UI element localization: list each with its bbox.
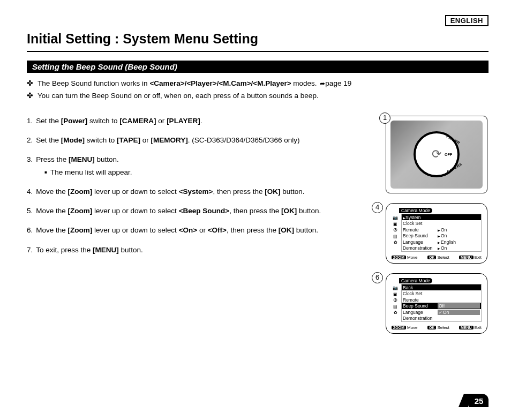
page-number: 25 [469,394,489,407]
menu-row: DemonstrationOn [402,245,481,251]
bullet-icon: ✤ [27,78,34,89]
memory-icon: ▤ [392,303,399,310]
square-bullet-icon: ■ [44,167,47,178]
menu-row: Demonstration [402,315,481,321]
menu-row: LanguageOn [402,309,481,316]
camera-icon: 📷 [392,215,399,221]
menu-row: LanguageEnglish [402,239,481,245]
step-1: 1.Set the [Power] switch to [CAMERA] or … [27,116,360,126]
rec-icon: ⦿ [392,227,399,234]
intro-text: ✤ The Beep Sound function works in <Came… [27,78,489,102]
lcd-title: Camera Mode [399,278,432,283]
steps-list: 1.Set the [Power] switch to [CAMERA] or … [27,116,360,343]
step-2: 2.Set the [Mode] switch to [TAPE] or [ME… [27,135,360,146]
step-5: 5.Move the [Zoom] lever up or down to se… [27,206,360,216]
callout-6: 6 [372,272,383,283]
menu-row: Back [402,284,481,291]
lcd-title: Camera Mode [399,208,432,213]
step-3: 3.Press the [MENU] button. ■The menu lis… [27,154,360,178]
language-badge: ENGLISH [445,15,489,26]
lcd-screen-4: Camera Mode 📷 ▣ ⦿ ▤ ✿ ▶SystemClock SetRe… [386,203,487,264]
intro-line-2: You can turn the Beep Sound on or off, w… [37,91,319,102]
rec-icon: ⦿ [392,297,399,304]
bullet-icon: ✤ [27,91,34,102]
callout-4: 4 [372,202,383,213]
menu-row: RemoteOn [402,227,481,233]
page-title: Initial Setting : System Menu Setting [27,31,489,52]
tape-icon: ▣ [392,291,399,297]
memory-icon: ▤ [392,233,399,239]
step-6: 6.Move the [Zoom] lever up or down to se… [27,225,360,236]
section-header: Setting the Beep Sound (Beep Sound) [27,61,489,73]
lcd-screen-6: Camera Mode 📷 ▣ ⦿ ▤ ✿ BackClock SetRemot… [386,273,487,334]
menu-row: Clock Set [402,220,481,227]
page-ref-icon [319,79,325,87]
menu-row: Remote [402,297,481,303]
menu-row: ▶System [402,214,481,221]
tape-icon: ▣ [392,221,399,227]
figure-column: 1 ⟳ PLAYER OFF CAMERA 4 Camera Mode 📷 [370,116,489,343]
intro-line-1: The Beep Sound function works in <Camera… [37,78,351,89]
step-4: 4.Move the [Zoom] lever up or down to se… [27,186,360,197]
callout-1: 1 [379,112,390,124]
rotate-arrow-icon: ⟳ [432,147,441,161]
step-7: 7.To exit, press the [MENU] button. [27,245,360,256]
menu-row: Beep SoundOff [402,303,481,309]
power-switch-illustration: ⟳ PLAYER OFF CAMERA [386,116,487,193]
menu-row: Beep SoundOn [402,232,481,239]
menu-row: Clock Set [402,290,481,297]
gear-icon: ✿ [392,310,399,316]
gear-icon: ✿ [392,239,399,246]
camera-icon: 📷 [392,285,399,291]
